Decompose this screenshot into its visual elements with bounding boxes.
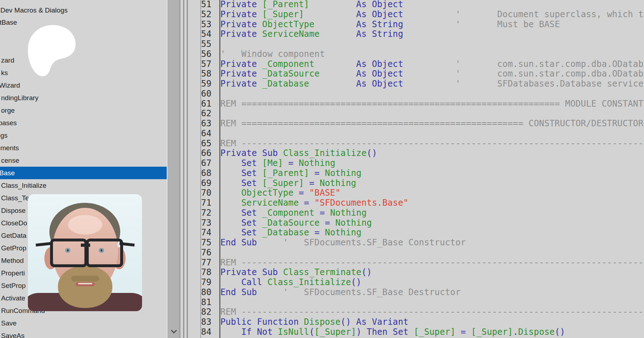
code-token-pl bbox=[403, 59, 455, 69]
code-token-pl bbox=[403, 9, 455, 19]
line-number: 63 bbox=[201, 119, 219, 129]
code-token-id: Dispose bbox=[304, 317, 341, 327]
code-token-kw: () bbox=[367, 148, 377, 158]
code-token-pl bbox=[220, 227, 241, 237]
line-number: 81 bbox=[201, 298, 219, 308]
sidebar-item[interactable]: Class_Initialize bbox=[0, 179, 167, 192]
sidebar-item[interactable]: cense bbox=[0, 154, 167, 167]
sidebar-item-label: Class_Te bbox=[1, 192, 29, 204]
code-line: Private _DataSource As Object ' com.sun.… bbox=[220, 69, 644, 79]
code-token-id: Nothing bbox=[325, 168, 361, 178]
code-token-id: [_Super] bbox=[471, 327, 513, 337]
line-number: 83 bbox=[201, 317, 219, 327]
code-token-kw: Private bbox=[220, 29, 262, 39]
code-token-kw: ( bbox=[309, 327, 314, 337]
code-token-pl bbox=[220, 168, 241, 178]
sidebar-item[interactable]: Wizard bbox=[0, 79, 167, 92]
code-token-pl bbox=[403, 19, 455, 29]
line-number: 73 bbox=[201, 218, 219, 228]
photo-beard bbox=[58, 266, 112, 308]
sidebar-item[interactable]: orge bbox=[0, 104, 167, 117]
code-token-id: ObjectType bbox=[262, 19, 314, 29]
code-line: REM ------------------------------------… bbox=[220, 139, 644, 149]
code-token-cm: ' SFDatabases.Database service instance bbox=[455, 79, 644, 89]
code-token-pl bbox=[220, 327, 241, 337]
pane-splitter[interactable] bbox=[183, 0, 184, 338]
sidebar-item[interactable]: SaveAs bbox=[0, 329, 167, 338]
code-line: Private [_Parent] As Object bbox=[220, 0, 644, 10]
sidebar-item-label: Dispose bbox=[1, 204, 26, 217]
sidebar-item-selected[interactable]: Base bbox=[0, 167, 167, 179]
code-token-id: _Database bbox=[262, 79, 309, 89]
code-token-cm: REM ------------------------------------… bbox=[220, 307, 644, 317]
pane-splitter[interactable] bbox=[187, 0, 188, 338]
code-token-kw: Set bbox=[241, 168, 262, 178]
sidebar-item-label: GetData bbox=[1, 229, 26, 242]
line-number: 70 bbox=[201, 188, 219, 198]
sidebar-item-label: SetProp bbox=[1, 279, 26, 292]
sidebar-item-label: tBase bbox=[0, 16, 17, 29]
sidebar-item-label: GetProp bbox=[1, 242, 26, 254]
code-token-kw: Set bbox=[241, 158, 262, 168]
sidebar-item-label: ndingLibrary bbox=[1, 92, 39, 104]
line-number: 51 bbox=[201, 0, 219, 10]
sidebar-item[interactable]: Dev Macros & Dialogs bbox=[0, 4, 167, 16]
sidebar-scrollbar[interactable] bbox=[167, 0, 180, 338]
code-line: End Sub ' SFDocuments.SF_Base Destructor bbox=[220, 288, 644, 298]
sidebar-item-label: orge bbox=[1, 104, 15, 117]
sidebar-item[interactable]: Save bbox=[0, 317, 167, 329]
code-line: Private _Component As Object ' com.sun.s… bbox=[220, 59, 644, 69]
chevron-down-icon[interactable] bbox=[171, 329, 176, 333]
code-token-kw: Private bbox=[220, 9, 262, 19]
line-number: 58 bbox=[201, 69, 219, 79]
code-line bbox=[220, 39, 644, 49]
code-token-id: _Component bbox=[262, 208, 314, 218]
line-number: 52 bbox=[201, 10, 219, 20]
code-line bbox=[220, 129, 644, 139]
code-token-kw: () bbox=[361, 267, 372, 277]
code-token-cm: REM ------------------------------------… bbox=[220, 258, 644, 268]
code-token-id: Nothing bbox=[330, 208, 367, 218]
sidebar-item-label: gs bbox=[0, 129, 8, 142]
line-number: 72 bbox=[201, 208, 219, 218]
sidebar-item-label: Class_Initialize bbox=[1, 179, 47, 192]
basic-ide-screen: Dev Macros & DialogstBasezardksWizardndi… bbox=[0, 0, 644, 338]
code-token-cm: ' Must be BASE bbox=[455, 19, 560, 29]
code-token-id: Nothing bbox=[299, 158, 335, 168]
line-number: 71 bbox=[201, 198, 219, 208]
sidebar-item-label: CloseDo bbox=[1, 217, 27, 229]
photo-teeth bbox=[78, 283, 92, 284]
code-token-kw: As Object bbox=[356, 59, 403, 69]
line-number: 57 bbox=[201, 59, 219, 69]
sidebar-item[interactable]: ndingLibrary bbox=[0, 92, 167, 104]
profile-photo bbox=[28, 194, 142, 311]
sidebar-item[interactable]: bases bbox=[0, 117, 167, 129]
basic-code-editor[interactable]: Private [_Parent] As ObjectPrivate [_Sup… bbox=[220, 0, 644, 338]
sidebar-item[interactable]: gs bbox=[0, 129, 167, 142]
line-number: 67 bbox=[201, 158, 219, 168]
line-number: 59 bbox=[201, 79, 219, 89]
code-token-kw: As Object bbox=[356, 69, 403, 79]
line-number-gutter[interactable]: 5152535455565758596061626364656667686970… bbox=[201, 0, 219, 337]
code-token-pl bbox=[220, 208, 241, 218]
code-token-kw: = bbox=[283, 158, 299, 168]
line-number: 65 bbox=[201, 139, 219, 149]
code-token-cm: ' SFDocuments.SF_Base Destructor bbox=[257, 287, 460, 297]
code-line: Call Class_Initialize() bbox=[220, 278, 644, 288]
code-token-id: [_Super] bbox=[262, 9, 304, 19]
line-number: 64 bbox=[201, 129, 219, 139]
code-token-pl bbox=[220, 218, 241, 228]
code-token-kw: = bbox=[319, 218, 335, 228]
code-line bbox=[220, 248, 644, 258]
code-line: Set [_Parent] = Nothing bbox=[220, 168, 644, 178]
code-line: Private ServiceName As String bbox=[220, 29, 644, 39]
code-token-kw: Private Sub bbox=[220, 148, 283, 158]
sidebar-item[interactable]: ments bbox=[0, 142, 167, 154]
code-token-kw: Private bbox=[220, 19, 262, 29]
code-token-kw: Private bbox=[220, 69, 262, 79]
line-number: 53 bbox=[201, 20, 219, 30]
code-token-id: _Database bbox=[262, 227, 309, 237]
code-token-pl bbox=[309, 79, 356, 89]
code-token-id: Nothing bbox=[325, 227, 361, 237]
line-number: 78 bbox=[201, 268, 219, 278]
